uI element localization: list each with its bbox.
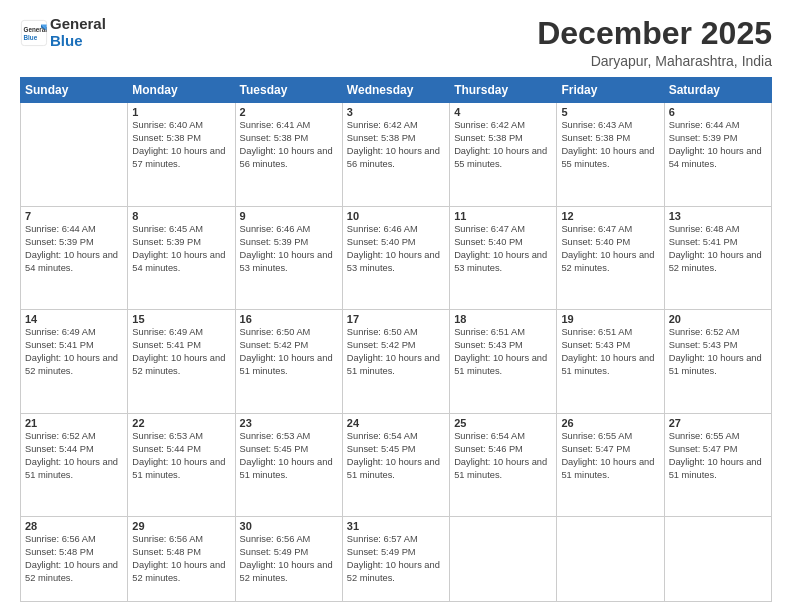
weekday-header-friday: Friday [557,78,664,103]
day-number: 19 [561,313,659,325]
calendar-cell: 20Sunrise: 6:52 AMSunset: 5:43 PMDayligh… [664,310,771,414]
day-number: 13 [669,210,767,222]
calendar-cell: 31Sunrise: 6:57 AMSunset: 5:49 PMDayligh… [342,517,449,602]
calendar-cell: 11Sunrise: 6:47 AMSunset: 5:40 PMDayligh… [450,206,557,310]
day-number: 28 [25,520,123,532]
day-number: 16 [240,313,338,325]
day-number: 8 [132,210,230,222]
day-number: 2 [240,106,338,118]
calendar-cell: 2Sunrise: 6:41 AMSunset: 5:38 PMDaylight… [235,103,342,207]
day-info: Sunrise: 6:52 AMSunset: 5:44 PMDaylight:… [25,430,123,482]
calendar-cell: 29Sunrise: 6:56 AMSunset: 5:48 PMDayligh… [128,517,235,602]
calendar-cell: 26Sunrise: 6:55 AMSunset: 5:47 PMDayligh… [557,413,664,517]
day-number: 17 [347,313,445,325]
day-info: Sunrise: 6:51 AMSunset: 5:43 PMDaylight:… [454,326,552,378]
day-number: 10 [347,210,445,222]
weekday-header-monday: Monday [128,78,235,103]
day-info: Sunrise: 6:57 AMSunset: 5:49 PMDaylight:… [347,533,445,585]
weekday-header-thursday: Thursday [450,78,557,103]
day-info: Sunrise: 6:54 AMSunset: 5:45 PMDaylight:… [347,430,445,482]
logo-line1: General [50,16,106,33]
day-info: Sunrise: 6:56 AMSunset: 5:49 PMDaylight:… [240,533,338,585]
calendar-cell [557,517,664,602]
day-number: 23 [240,417,338,429]
day-number: 25 [454,417,552,429]
day-number: 15 [132,313,230,325]
day-info: Sunrise: 6:45 AMSunset: 5:39 PMDaylight:… [132,223,230,275]
calendar-cell: 24Sunrise: 6:54 AMSunset: 5:45 PMDayligh… [342,413,449,517]
day-info: Sunrise: 6:42 AMSunset: 5:38 PMDaylight:… [347,119,445,171]
month-title: December 2025 [537,16,772,51]
day-info: Sunrise: 6:56 AMSunset: 5:48 PMDaylight:… [25,533,123,585]
calendar-cell: 6Sunrise: 6:44 AMSunset: 5:39 PMDaylight… [664,103,771,207]
logo-text: General Blue [50,16,106,49]
day-number: 22 [132,417,230,429]
calendar-cell: 27Sunrise: 6:55 AMSunset: 5:47 PMDayligh… [664,413,771,517]
calendar-cell: 18Sunrise: 6:51 AMSunset: 5:43 PMDayligh… [450,310,557,414]
weekday-header-row: SundayMondayTuesdayWednesdayThursdayFrid… [21,78,772,103]
day-number: 7 [25,210,123,222]
header: General Blue General Blue December 2025 … [20,16,772,69]
day-info: Sunrise: 6:55 AMSunset: 5:47 PMDaylight:… [561,430,659,482]
day-info: Sunrise: 6:53 AMSunset: 5:44 PMDaylight:… [132,430,230,482]
calendar-cell: 22Sunrise: 6:53 AMSunset: 5:44 PMDayligh… [128,413,235,517]
day-info: Sunrise: 6:48 AMSunset: 5:41 PMDaylight:… [669,223,767,275]
day-info: Sunrise: 6:44 AMSunset: 5:39 PMDaylight:… [25,223,123,275]
calendar-cell: 30Sunrise: 6:56 AMSunset: 5:49 PMDayligh… [235,517,342,602]
calendar-cell: 13Sunrise: 6:48 AMSunset: 5:41 PMDayligh… [664,206,771,310]
calendar-cell: 1Sunrise: 6:40 AMSunset: 5:38 PMDaylight… [128,103,235,207]
day-number: 29 [132,520,230,532]
day-number: 3 [347,106,445,118]
day-info: Sunrise: 6:54 AMSunset: 5:46 PMDaylight:… [454,430,552,482]
logo: General Blue General Blue [20,16,106,49]
calendar-cell: 16Sunrise: 6:50 AMSunset: 5:42 PMDayligh… [235,310,342,414]
day-number: 27 [669,417,767,429]
logo-icon: General Blue [20,19,48,47]
day-info: Sunrise: 6:56 AMSunset: 5:48 PMDaylight:… [132,533,230,585]
calendar-cell: 21Sunrise: 6:52 AMSunset: 5:44 PMDayligh… [21,413,128,517]
day-number: 20 [669,313,767,325]
day-number: 30 [240,520,338,532]
day-number: 4 [454,106,552,118]
title-block: December 2025 Daryapur, Maharashtra, Ind… [537,16,772,69]
calendar-cell: 25Sunrise: 6:54 AMSunset: 5:46 PMDayligh… [450,413,557,517]
day-number: 1 [132,106,230,118]
day-number: 12 [561,210,659,222]
day-info: Sunrise: 6:43 AMSunset: 5:38 PMDaylight:… [561,119,659,171]
day-info: Sunrise: 6:46 AMSunset: 5:39 PMDaylight:… [240,223,338,275]
weekday-header-saturday: Saturday [664,78,771,103]
day-number: 9 [240,210,338,222]
day-info: Sunrise: 6:42 AMSunset: 5:38 PMDaylight:… [454,119,552,171]
day-number: 14 [25,313,123,325]
day-number: 11 [454,210,552,222]
day-number: 26 [561,417,659,429]
day-number: 31 [347,520,445,532]
day-info: Sunrise: 6:55 AMSunset: 5:47 PMDaylight:… [669,430,767,482]
calendar-cell: 9Sunrise: 6:46 AMSunset: 5:39 PMDaylight… [235,206,342,310]
calendar-week-5: 28Sunrise: 6:56 AMSunset: 5:48 PMDayligh… [21,517,772,602]
svg-text:Blue: Blue [24,34,38,41]
calendar-cell: 14Sunrise: 6:49 AMSunset: 5:41 PMDayligh… [21,310,128,414]
day-info: Sunrise: 6:47 AMSunset: 5:40 PMDaylight:… [454,223,552,275]
calendar-cell: 10Sunrise: 6:46 AMSunset: 5:40 PMDayligh… [342,206,449,310]
day-info: Sunrise: 6:40 AMSunset: 5:38 PMDaylight:… [132,119,230,171]
calendar-cell: 8Sunrise: 6:45 AMSunset: 5:39 PMDaylight… [128,206,235,310]
svg-rect-0 [21,20,46,45]
day-info: Sunrise: 6:50 AMSunset: 5:42 PMDaylight:… [240,326,338,378]
day-info: Sunrise: 6:49 AMSunset: 5:41 PMDaylight:… [25,326,123,378]
calendar-cell: 28Sunrise: 6:56 AMSunset: 5:48 PMDayligh… [21,517,128,602]
calendar-week-1: 1Sunrise: 6:40 AMSunset: 5:38 PMDaylight… [21,103,772,207]
calendar-cell [450,517,557,602]
calendar-cell: 7Sunrise: 6:44 AMSunset: 5:39 PMDaylight… [21,206,128,310]
day-info: Sunrise: 6:53 AMSunset: 5:45 PMDaylight:… [240,430,338,482]
calendar-cell: 15Sunrise: 6:49 AMSunset: 5:41 PMDayligh… [128,310,235,414]
calendar-week-2: 7Sunrise: 6:44 AMSunset: 5:39 PMDaylight… [21,206,772,310]
day-info: Sunrise: 6:50 AMSunset: 5:42 PMDaylight:… [347,326,445,378]
day-info: Sunrise: 6:51 AMSunset: 5:43 PMDaylight:… [561,326,659,378]
calendar-cell: 4Sunrise: 6:42 AMSunset: 5:38 PMDaylight… [450,103,557,207]
day-number: 18 [454,313,552,325]
calendar-cell: 23Sunrise: 6:53 AMSunset: 5:45 PMDayligh… [235,413,342,517]
day-info: Sunrise: 6:46 AMSunset: 5:40 PMDaylight:… [347,223,445,275]
day-number: 21 [25,417,123,429]
calendar-cell: 17Sunrise: 6:50 AMSunset: 5:42 PMDayligh… [342,310,449,414]
